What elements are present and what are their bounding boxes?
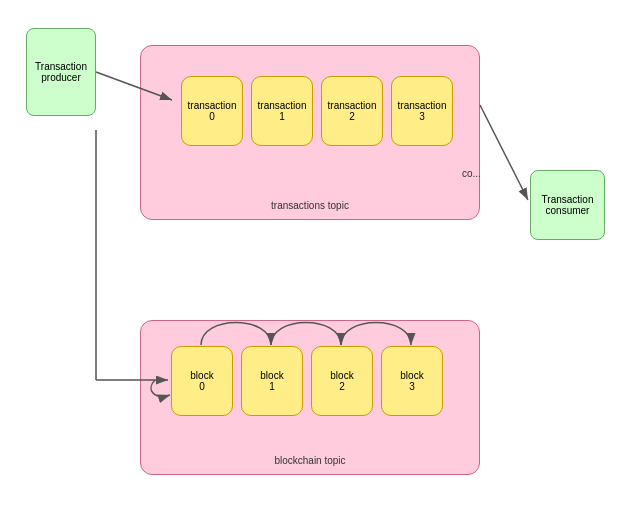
transactions-topic-label: transactions topic [141,200,479,211]
producer-label: Transaction producer [31,61,91,83]
block-2: block 2 [311,346,373,416]
blockchain-topic: block 0 block 1 block 2 block 3 blockcha… [140,320,480,475]
transactions-blocks-row: transaction 0 transaction 1 transaction … [181,76,453,146]
producer-box: Transaction producer [26,28,96,116]
blockchain-blocks-row: block 0 block 1 block 2 block 3 [171,346,443,416]
co-partial-label: co... [462,168,481,179]
transaction-block-1: transaction 1 [251,76,313,146]
block-0: block 0 [171,346,233,416]
transactions-topic: transaction 0 transaction 1 transaction … [140,45,480,220]
consumer-box: Transaction consumer [530,170,605,240]
transaction-block-0: transaction 0 [181,76,243,146]
consumer-label: Transaction consumer [535,194,600,216]
diagram-container: Transaction producer Transaction consume… [0,0,620,518]
block-1: block 1 [241,346,303,416]
transaction-block-3: transaction 3 [391,76,453,146]
blockchain-topic-label: blockchain topic [141,455,479,466]
transaction-block-2: transaction 2 [321,76,383,146]
block-3: block 3 [381,346,443,416]
svg-line-2 [480,105,528,200]
